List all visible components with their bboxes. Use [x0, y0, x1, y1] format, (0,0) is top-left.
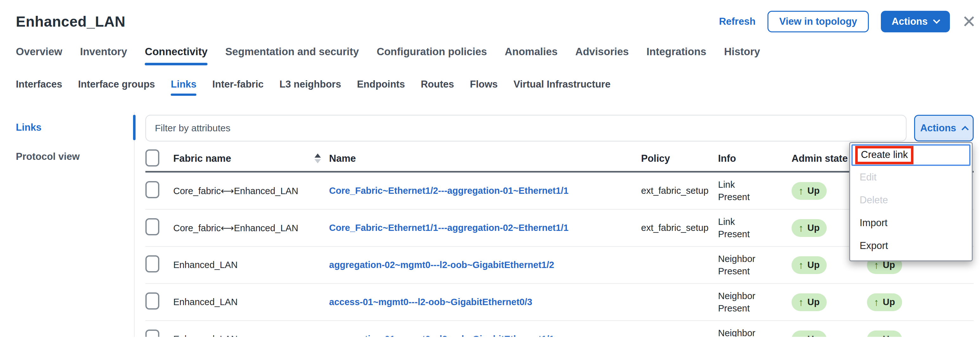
select-all-checkbox[interactable] — [145, 149, 159, 166]
link-name-link[interactable]: Core_Fabric~Ethernet1/1---aggregation-02… — [329, 223, 568, 233]
row-checkbox[interactable] — [145, 292, 159, 310]
page-title: Enhanced_LAN — [16, 13, 126, 30]
row-checkbox[interactable] — [145, 330, 159, 337]
close-icon[interactable]: ✕ — [962, 13, 976, 30]
sort-asc-arrow-icon — [315, 153, 321, 158]
policy-cell: ext_fabric_setup — [641, 185, 718, 196]
admin-state-badge: ↑Up — [792, 256, 827, 274]
menu-item-edit: Edit — [851, 166, 970, 189]
subtab-routes[interactable]: Routes — [421, 79, 454, 96]
link-name-link[interactable]: aggregation-02~mgmt0---l2-oob~GigabitEth… — [329, 260, 554, 270]
admin-state-badge: ↑Up — [792, 182, 827, 200]
tab-configuration-policies[interactable]: Configuration policies — [377, 46, 487, 65]
sort-desc-arrow-icon — [315, 159, 321, 163]
admin-state-badge: ↑Up — [792, 219, 827, 237]
tab-anomalies[interactable]: Anomalies — [504, 46, 557, 65]
up-arrow-icon: ↑ — [874, 297, 879, 307]
table-row: Enhanced_LAN access-01~mgmt0---l2-oob~Gi… — [145, 284, 974, 321]
menu-item-label: Create link — [861, 149, 908, 160]
table-actions-label: Actions — [920, 123, 956, 134]
row-checkbox[interactable] — [145, 218, 159, 235]
link-name-link[interactable]: Core_Fabric~Ethernet1/2---aggregation-01… — [329, 185, 568, 196]
column-header-fabric-name[interactable]: Fabric name — [173, 153, 231, 164]
tab-integrations[interactable]: Integrations — [646, 46, 706, 65]
fabric-name-cell: Core_fabric⟷Enhanced_LAN — [173, 223, 329, 233]
oper-state-badge: ↑Up — [867, 330, 902, 337]
tab-advisories[interactable]: Advisories — [575, 46, 629, 65]
menu-item-create-link[interactable]: Create link — [851, 144, 970, 166]
info-cell: Neighbor Present — [718, 290, 765, 314]
info-cell: Link Present — [718, 179, 765, 203]
up-arrow-icon: ↑ — [799, 260, 803, 270]
admin-state-badge: ↑Up — [792, 330, 827, 337]
chevron-down-icon — [933, 16, 940, 24]
fabric-name-cell: Enhanced_LAN — [173, 260, 329, 270]
info-cell: Neighbor Present — [718, 253, 765, 278]
filter-input[interactable] — [145, 115, 907, 142]
main-tabs: Overview Inventory Connectivity Segmenta… — [0, 46, 980, 65]
subtab-l3-neighbors[interactable]: L3 neighbors — [279, 79, 341, 96]
policy-cell: ext_fabric_setup — [641, 223, 718, 233]
admin-state-badge: ↑Up — [792, 294, 827, 311]
menu-item-export[interactable]: Export — [851, 235, 970, 257]
up-arrow-icon: ↑ — [799, 186, 803, 196]
chevron-up-icon — [962, 126, 969, 133]
up-arrow-icon: ↑ — [799, 334, 803, 337]
info-cell: Link Present — [718, 215, 765, 240]
subtab-endpoints[interactable]: Endpoints — [357, 79, 405, 96]
view-in-topology-button[interactable]: View in topology — [767, 11, 869, 32]
table-toolbar: Actions — [145, 115, 974, 142]
tab-overview[interactable]: Overview — [16, 46, 62, 65]
subtab-links[interactable]: Links — [171, 79, 196, 96]
sidebar-item-links[interactable]: Links — [16, 122, 134, 133]
fabric-name-cell: Core_fabric⟷Enhanced_LAN — [173, 185, 329, 196]
actions-menu: Create link Edit Delete Import Export — [849, 142, 973, 261]
tab-inventory[interactable]: Inventory — [80, 46, 127, 65]
sidebar-item-protocol-view[interactable]: Protocol view — [16, 151, 134, 163]
links-panel: Actions Fabric name Name Policy — [135, 112, 980, 337]
table-row: Enhanced_LAN aggregation-01~mgmt0---l2-o… — [145, 321, 974, 337]
link-name-link[interactable]: access-01~mgmt0---l2-oob~GigabitEthernet… — [329, 297, 532, 307]
tab-segmentation-and-security[interactable]: Segmentation and security — [225, 46, 359, 65]
fabric-name-cell: Enhanced_LAN — [173, 334, 329, 337]
column-header-info[interactable]: Info — [718, 153, 792, 164]
subtab-interface-groups[interactable]: Interface groups — [78, 79, 155, 96]
tab-history[interactable]: History — [724, 46, 760, 65]
up-arrow-icon: ↑ — [874, 260, 879, 270]
oper-state-badge: ↑Up — [867, 294, 902, 311]
subtab-flows[interactable]: Flows — [470, 79, 498, 96]
header-actions-label: Actions — [892, 16, 928, 27]
row-checkbox[interactable] — [145, 255, 159, 273]
fabric-name-cell: Enhanced_LAN — [173, 297, 329, 307]
menu-item-import[interactable]: Import — [851, 212, 970, 235]
header-actions-button[interactable]: Actions — [881, 11, 950, 32]
sort-icon[interactable] — [315, 153, 321, 163]
up-arrow-icon: ↑ — [799, 297, 803, 307]
menu-item-delete: Delete — [851, 189, 970, 212]
create-link-highlight: Create link — [855, 146, 913, 164]
up-arrow-icon: ↑ — [874, 334, 879, 337]
subtab-interfaces[interactable]: Interfaces — [16, 79, 62, 96]
up-arrow-icon: ↑ — [799, 223, 803, 233]
row-checkbox[interactable] — [145, 181, 159, 198]
top-bar: Enhanced_LAN Refresh View in topology Ac… — [0, 0, 980, 35]
refresh-button[interactable]: Refresh — [719, 16, 756, 27]
connectivity-subtabs: Interfaces Interface groups Links Inter-… — [0, 79, 980, 96]
links-content: Links Protocol view Actions Fabric name — [0, 112, 980, 337]
tab-connectivity[interactable]: Connectivity — [145, 46, 207, 65]
subtab-inter-fabric[interactable]: Inter-fabric — [212, 79, 264, 96]
links-sidebar: Links Protocol view — [0, 112, 135, 337]
info-cell: Neighbor Present — [718, 327, 765, 337]
fabric-detail-page: Enhanced_LAN Refresh View in topology Ac… — [0, 0, 980, 337]
column-header-policy[interactable]: Policy — [641, 153, 718, 164]
top-bar-actions: Refresh View in topology Actions ✕ — [719, 11, 970, 32]
link-name-link[interactable]: aggregation-01~mgmt0---l2-oob~GigabitEth… — [329, 334, 554, 337]
column-header-name[interactable]: Name — [329, 153, 641, 164]
table-actions-button[interactable]: Actions — [914, 115, 974, 142]
subtab-virtual-infrastructure[interactable]: Virtual Infrastructure — [514, 79, 610, 96]
